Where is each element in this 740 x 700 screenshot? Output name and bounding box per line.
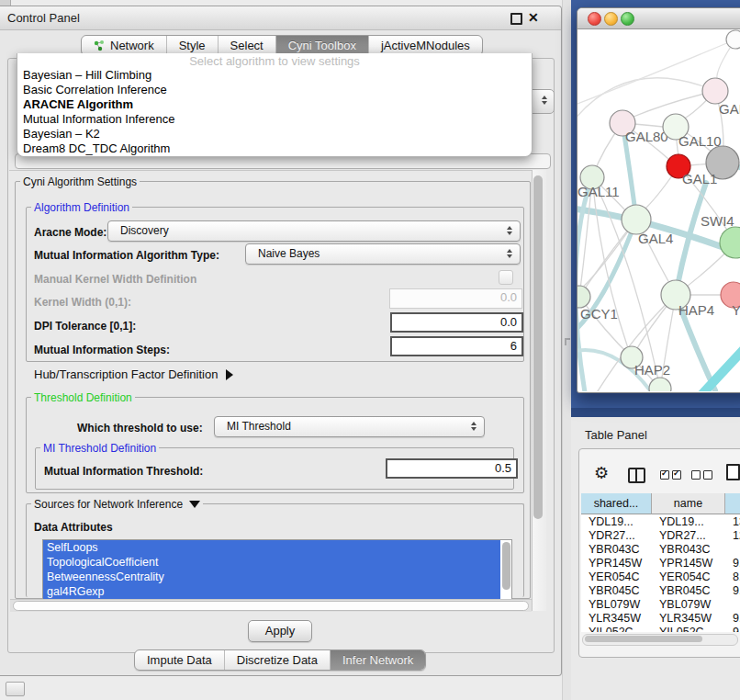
mi-type-combo[interactable]: Naive Bayes: [245, 243, 521, 265]
table-cell[interactable]: YIL052C: [652, 626, 725, 632]
tab-infer-network[interactable]: Infer Network: [330, 650, 425, 670]
network-node-label: GAL: [719, 101, 740, 117]
column-header[interactable]: name: [652, 493, 725, 514]
table-cell[interactable]: [725, 598, 740, 612]
hub-definition-disclosure[interactable]: Hub/Transcription Factor Definition: [34, 367, 233, 381]
network-node-gcy1[interactable]: [577, 286, 590, 308]
algorithm-item[interactable]: Bayesian – Hill Climbing: [17, 68, 532, 83]
data-attributes-list[interactable]: SelfLoopsTopologicalCoefficientBetweenne…: [42, 539, 512, 601]
table-cell[interactable]: YDR27...: [652, 529, 725, 543]
table-cell[interactable]: YER054C: [581, 570, 652, 584]
list-scrollbar[interactable]: [502, 542, 510, 590]
table-cell[interactable]: YIL052C: [581, 626, 652, 632]
columns-icon[interactable]: [628, 468, 645, 483]
zoom-traffic-light-icon[interactable]: [621, 12, 634, 26]
algorithm-dropdown-popup: Select algorithm to view settings Bayesi…: [17, 53, 533, 157]
mi-threshold-field[interactable]: 0.5: [386, 458, 518, 479]
data-attribute-item[interactable]: BetweennessCentrality: [43, 570, 500, 584]
kernel-width-field[interactable]: 0.0: [389, 288, 522, 309]
aracne-mode-combo[interactable]: Discovery: [107, 220, 521, 242]
column-header[interactable]: A: [725, 493, 740, 514]
table-cell[interactable]: YBR043C: [652, 543, 725, 557]
gear-icon[interactable]: ⚙: [594, 465, 609, 481]
network-node-label: GAL4: [638, 231, 673, 246]
node-table: shared...nameAYDL19...YDL19...13YDR27...…: [581, 493, 740, 632]
splitter-handle-icon[interactable]: [565, 338, 570, 345]
tab-cyni-toolbox[interactable]: Cyni Toolbox: [275, 36, 368, 55]
table-cell[interactable]: YDR27...: [581, 529, 652, 543]
horizontal-scrollbar-thumb[interactable]: [13, 601, 529, 611]
close-icon[interactable]: ✕: [528, 10, 539, 25]
algorithm-item[interactable]: ARACNE Algorithm: [17, 97, 532, 112]
tab-style[interactable]: Style: [166, 36, 218, 55]
which-threshold-label: Which threshold to use:: [77, 422, 203, 435]
table-cell[interactable]: 12: [725, 529, 740, 543]
algorithm-definition-title: Algorithm Definition: [31, 201, 132, 214]
table-cell[interactable]: YER054C: [652, 570, 725, 584]
checked-box-icon[interactable]: [660, 470, 669, 480]
manual-kernel-checkbox[interactable]: [499, 270, 513, 285]
control-panel-title: Control Panel: [7, 11, 80, 25]
table-cell[interactable]: 9.: [725, 584, 740, 598]
vertical-scrollbar-thumb[interactable]: [533, 175, 543, 519]
table-cell[interactable]: YBL079W: [581, 598, 652, 612]
network-node-swi4[interactable]: [720, 227, 740, 258]
table-cell[interactable]: YDL19...: [652, 515, 725, 529]
table-horizontal-scrollbar[interactable]: [582, 634, 738, 646]
minimize-traffic-light-icon[interactable]: [604, 12, 618, 26]
algorithm-item[interactable]: Mutual Information Inference: [17, 112, 532, 127]
data-attribute-item[interactable]: gal4RGexp: [43, 584, 500, 599]
table-cell[interactable]: YPR145W: [652, 557, 725, 570]
tab-network[interactable]: Network: [82, 36, 166, 55]
unchecked-box-icon[interactable]: [703, 470, 712, 480]
table-cell[interactable]: 8.: [725, 570, 740, 584]
network-window-titlebar[interactable]: [577, 8, 740, 29]
algorithm-item[interactable]: Bayesian – K2: [17, 127, 532, 141]
data-attributes-label: Data Attributes: [34, 521, 113, 534]
column-header[interactable]: shared...: [581, 493, 652, 514]
network-node-label: GCY1: [580, 306, 618, 322]
close-traffic-light-icon[interactable]: [588, 12, 601, 26]
collapsed-panel-icon[interactable]: [6, 682, 25, 696]
table-cell[interactable]: YBR045C: [581, 584, 652, 598]
table-cell[interactable]: YDL19...: [581, 515, 652, 529]
network-edge[interactable]: [592, 177, 628, 348]
network-node-gal[interactable]: [702, 78, 728, 104]
tab-impute-data[interactable]: Impute Data: [135, 650, 224, 670]
dpi-tolerance-field[interactable]: 0.0: [390, 312, 523, 333]
tab-jactivemnodules[interactable]: jActiveMNodules: [368, 36, 482, 55]
table-cell[interactable]: YLR345W: [652, 612, 725, 626]
sources-group-title[interactable]: Sources for Network Inference: [31, 498, 203, 511]
checked-box-icon[interactable]: [672, 470, 681, 480]
tab-select[interactable]: Select: [218, 36, 275, 55]
table-scrollbar-thumb[interactable]: [585, 636, 702, 642]
table-cell[interactable]: YBR043C: [581, 543, 652, 557]
table-cell[interactable]: 9.: [725, 557, 740, 570]
mi-steps-field[interactable]: 6: [390, 336, 523, 356]
network-canvas[interactable]: GALGAL80GAL10GAL1GAL11GAL4SWI4GCY1HAP4YH…: [577, 28, 740, 391]
table-cell[interactable]: YLR345W: [581, 612, 652, 626]
network-node[interactable]: [726, 30, 740, 49]
data-attribute-item[interactable]: SelfLoops: [43, 540, 500, 555]
algorithm-item[interactable]: Basic Correlation Inference: [17, 83, 532, 97]
stepper-arrows-icon: [471, 422, 477, 431]
apply-button[interactable]: Apply: [248, 620, 312, 642]
float-window-icon[interactable]: [510, 13, 522, 25]
unchecked-box-icon[interactable]: [691, 470, 701, 480]
which-threshold-combo[interactable]: MI Threshold: [214, 416, 485, 437]
table-cell[interactable]: YPR145W: [581, 557, 652, 570]
algorithm-item[interactable]: Dream8 DC_TDC Algorithm: [17, 141, 532, 156]
network-edge[interactable]: [577, 78, 715, 120]
document-icon[interactable]: [726, 464, 740, 480]
table-cell[interactable]: 9.: [725, 612, 740, 626]
mi-threshold-label: Mutual Information Threshold:: [44, 465, 203, 478]
stepper-arrows-icon: [507, 249, 512, 258]
table-cell[interactable]: 9.: [725, 626, 740, 632]
table-cell[interactable]: YBL079W: [652, 598, 725, 612]
table-cell[interactable]: [725, 543, 740, 557]
tab-discretize-data[interactable]: Discretize Data: [224, 650, 330, 670]
data-attribute-item[interactable]: TopologicalCoefficient: [43, 555, 500, 570]
table-cell[interactable]: YBR045C: [652, 584, 725, 598]
algorithm-list: Bayesian – Hill ClimbingBasic Correlatio…: [17, 68, 532, 156]
table-cell[interactable]: 13: [725, 515, 740, 529]
